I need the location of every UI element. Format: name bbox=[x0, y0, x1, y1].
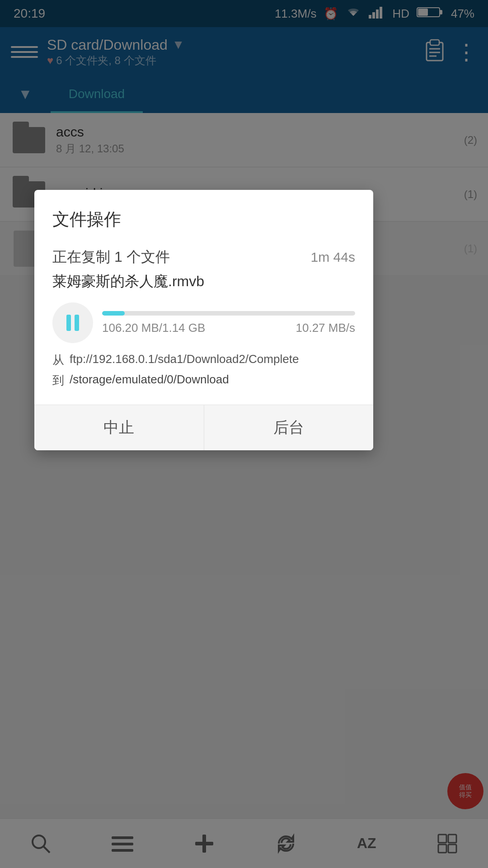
dialog-filename: 莱姆豪斯的杀人魔.rmvb bbox=[52, 272, 355, 292]
dialog-copy-text: 正在复制 1 个文件 bbox=[52, 247, 170, 267]
progress-size: 106.20 MB/1.14 GB bbox=[102, 321, 205, 335]
cancel-button[interactable]: 中止 bbox=[34, 405, 204, 450]
dialog-title: 文件操作 bbox=[52, 208, 355, 231]
progress-bar-fill bbox=[102, 311, 125, 316]
progress-area: 106.20 MB/1.14 GB 10.27 MB/s bbox=[102, 311, 355, 335]
dialog-progress-row: 106.20 MB/1.14 GB 10.27 MB/s bbox=[52, 302, 355, 343]
dialog-copy-section: 正在复制 1 个文件 1m 44s bbox=[52, 247, 355, 267]
dest-path: /storage/emulated/0/Download bbox=[70, 373, 229, 388]
pause-button[interactable] bbox=[52, 302, 93, 343]
dialog-buttons: 中止 后台 bbox=[34, 405, 373, 450]
pause-icon bbox=[66, 315, 79, 331]
source-url: ftp://192.168.0.1/sda1/Download2/Complet… bbox=[70, 352, 299, 366]
background-button[interactable]: 后台 bbox=[204, 405, 374, 450]
dialog-time-remaining: 1m 44s bbox=[311, 250, 355, 265]
from-label: 从 bbox=[52, 352, 64, 368]
progress-stats: 106.20 MB/1.14 GB 10.27 MB/s bbox=[102, 321, 355, 335]
file-operation-dialog: 文件操作 正在复制 1 个文件 1m 44s 莱姆豪斯的杀人魔.rmvb 106… bbox=[34, 190, 373, 450]
dialog-dest-row: 到 /storage/emulated/0/Download bbox=[52, 373, 355, 388]
progress-speed: 10.27 MB/s bbox=[296, 321, 355, 335]
dialog-source-row: 从 ftp://192.168.0.1/sda1/Download2/Compl… bbox=[52, 352, 355, 368]
progress-bar-track bbox=[102, 311, 355, 316]
to-label: 到 bbox=[52, 373, 64, 388]
